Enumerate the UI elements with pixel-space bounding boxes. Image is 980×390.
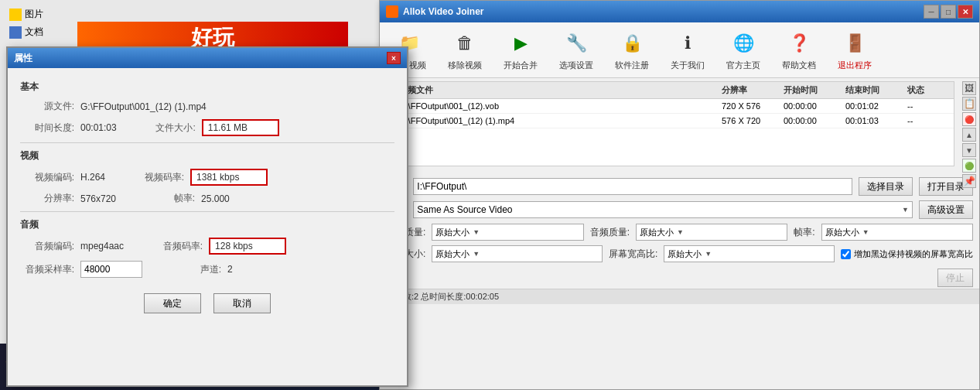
about-button[interactable]: ℹ 关于我们 — [661, 26, 714, 75]
toolbar: 📁 添加视频 🗑 移除视频 ▶ 开始合并 🔧 选项设置 🔒 软件注册 ℹ 关于我… — [380, 22, 979, 78]
dialog-close-button[interactable]: × — [387, 52, 401, 64]
sidebar-add-btn[interactable]: 📋 — [962, 97, 976, 111]
table-row[interactable]: G:\FFOutput\001_(12) (1).mp4 576 X 720 0… — [393, 114, 954, 128]
select-dir-button[interactable]: 选择目录 — [859, 177, 913, 196]
start-join-button[interactable]: ▶ 开始合并 — [494, 26, 547, 75]
exit-label: 退出程序 — [838, 60, 872, 71]
filesize-value: 11.61 MB — [202, 119, 279, 136]
format-select[interactable]: Same As Source Video ▼ — [413, 201, 913, 218]
remove-video-button[interactable]: 🗑 移除视频 — [439, 26, 491, 75]
video-codec-value: H.264 — [80, 172, 105, 183]
keep-ratio-label[interactable]: 增加黑边保持视频的屏幕宽高比 — [841, 248, 973, 260]
sidebar-up-btn[interactable]: 🖼 — [962, 81, 976, 95]
file-start-time: 00:00:00 — [780, 101, 842, 111]
sidebar-info-btn[interactable]: 🟢 — [962, 159, 976, 173]
desktop-icon-documents[interactable]: 文档 — [6, 24, 46, 40]
audio-codec-label: 音频编码: — [20, 240, 74, 253]
advanced-settings-button[interactable]: 高级设置 — [919, 200, 973, 219]
folder-icon — [9, 9, 22, 21]
duration-value: 00:01:03 — [80, 122, 117, 133]
basic-section-header: 基本 — [20, 80, 394, 94]
website-button[interactable]: 🌐 官方主页 — [717, 26, 770, 75]
title-bar: Allok Video Joiner ─ □ ✕ — [380, 1, 979, 22]
exit-icon: 🚪 — [841, 29, 869, 57]
options-button[interactable]: 🔧 选项设置 — [550, 26, 603, 75]
duration-label: 时间长度: — [20, 121, 74, 135]
file-path: G:\FFOutput\001_(12).vob — [396, 101, 719, 111]
dialog-title-bar: 属性 × — [8, 48, 407, 68]
sidebar-edit-btn[interactable]: 🔴 — [962, 112, 976, 126]
audio-codec-row: 音频编码: mpeg4aac 音频码率: 128 kbps — [20, 238, 394, 255]
audio-samplerate-row: 音频采样率: 声道: 2 — [20, 261, 394, 278]
col-end-time: 结束时间 — [842, 84, 904, 97]
about-label: 关于我们 — [671, 60, 705, 71]
minimize-button[interactable]: ─ — [924, 5, 939, 19]
video-bitrate-label: 视频码率: — [130, 171, 184, 184]
quality-row-2: 视频大小: 原始大小 ▼ 屏幕宽高比: 原始大小 ▼ 增加黑边保持视频的屏幕宽高… — [386, 245, 973, 262]
ok-button[interactable]: 确定 — [144, 293, 201, 313]
audio-channels-label: 声道: — [167, 263, 221, 276]
divider-1 — [20, 142, 394, 143]
audio-quality-label: 音频质量: — [590, 226, 630, 239]
bottom-controls: 目录: 选择目录 打开目录 格式: Same As Source Video ▼… — [380, 173, 979, 267]
keep-ratio-checkbox[interactable] — [841, 249, 851, 259]
video-quality-select[interactable]: 原始大小 ▼ — [432, 224, 583, 241]
properties-dialog: 属性 × 基本 源文件: G:\FFOutput\001_(12) (1).mp… — [6, 46, 408, 387]
vs-arrow: ▼ — [473, 250, 480, 258]
title-bar-controls: ─ □ ✕ — [924, 5, 973, 19]
ar-arrow: ▼ — [705, 250, 712, 258]
file-status: -- — [904, 115, 951, 126]
audio-samplerate-input[interactable] — [80, 261, 142, 278]
audio-bitrate-label: 音频码率: — [149, 240, 203, 253]
register-button[interactable]: 🔒 软件注册 — [606, 26, 658, 75]
cancel-button[interactable]: 取消 — [213, 293, 271, 313]
vq-arrow: ▼ — [473, 228, 480, 236]
filesize-label: 文件大小: — [142, 121, 196, 135]
stop-button[interactable]: 停止 — [937, 269, 973, 287]
options-icon: 🔧 — [562, 29, 590, 57]
aspect-value: 原始大小 — [668, 248, 702, 260]
file-end-time: 00:01:03 — [842, 115, 904, 126]
file-list-header: 视频文件 分辨率 开始时间 结束时间 状态 — [393, 82, 954, 99]
file-list[interactable]: 视频文件 分辨率 开始时间 结束时间 状态 G:\FFOutput\001_(1… — [392, 81, 954, 166]
format-dropdown-arrow: ▼ — [902, 206, 909, 214]
audio-quality-value: 原始大小 — [640, 227, 674, 238]
exit-button[interactable]: 🚪 退出程序 — [828, 26, 881, 75]
aspect-select[interactable]: 原始大小 ▼ — [664, 245, 835, 262]
file-resolution: 576 X 720 — [719, 115, 780, 126]
sidebar-extra-btn[interactable]: 📌 — [962, 174, 976, 188]
table-row[interactable]: G:\FFOutput\001_(12).vob 720 X 576 00:00… — [393, 99, 954, 114]
audio-bitrate-value: 128 kbps — [209, 238, 286, 255]
stop-area: 停止 — [380, 267, 979, 289]
video-size-select[interactable]: 原始大小 ▼ — [432, 245, 603, 262]
start-join-label: 开始合并 — [504, 60, 538, 71]
maximize-button[interactable]: □ — [941, 5, 956, 19]
desktop-icons: 图片 文档 — [6, 6, 46, 42]
close-button[interactable]: ✕ — [958, 5, 973, 19]
fps-arrow: ▼ — [862, 228, 869, 236]
dialog-buttons: 确定 取消 — [20, 293, 394, 313]
help-icon: ❓ — [785, 29, 813, 57]
sidebar-up-arrow-btn[interactable]: ▲ — [962, 128, 976, 142]
desktop-icon-label: 文档 — [25, 26, 43, 39]
audio-section-header: 音频 — [20, 218, 394, 231]
fps-value: 原始大小 — [825, 227, 859, 238]
video-size-value: 原始大小 — [435, 248, 470, 260]
divider-2 — [20, 211, 394, 212]
status-bar: 文件数:2 总时间长度:00:02:05 — [380, 289, 979, 304]
help-button[interactable]: ❓ 帮助文档 — [773, 26, 825, 75]
sidebar-down-arrow-btn[interactable]: ▼ — [962, 143, 976, 157]
aq-arrow: ▼ — [677, 228, 684, 236]
desktop-icon-label: 图片 — [25, 8, 43, 21]
audio-quality-select[interactable]: 原始大小 ▼ — [636, 224, 787, 241]
file-path: G:\FFOutput\001_(12) (1).mp4 — [396, 115, 719, 126]
desktop-icon-pictures[interactable]: 图片 — [6, 6, 46, 22]
aspect-label: 屏幕宽高比: — [609, 248, 657, 261]
dir-input[interactable] — [413, 178, 852, 195]
col-resolution: 分辨率 — [719, 84, 780, 97]
fps-select[interactable]: 原始大小 ▼ — [821, 224, 973, 241]
format-row: 格式: Same As Source Video ▼ 高级设置 — [386, 200, 973, 219]
register-icon: 🔒 — [618, 29, 646, 57]
video-bitrate-value: 1381 kbps — [190, 169, 268, 186]
file-status: -- — [904, 101, 951, 111]
